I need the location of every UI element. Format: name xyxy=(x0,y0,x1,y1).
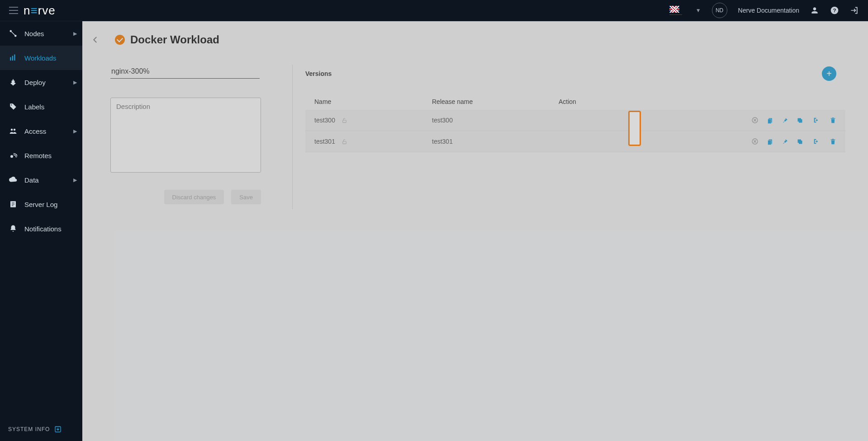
sidebar-item-label: Nodes xyxy=(24,30,44,38)
svg-rect-4 xyxy=(10,57,11,61)
sidebar-item-label: Labels xyxy=(24,103,44,111)
documentation-link[interactable]: Nerve Documentation xyxy=(738,7,799,14)
labels-icon xyxy=(8,103,18,111)
menu-toggle-button[interactable] xyxy=(9,7,18,14)
sidebar: Nodes ▶ Workloads Deploy ▶ Labels Access… xyxy=(0,21,82,441)
data-icon xyxy=(8,176,18,184)
sidebar-item-nodes[interactable]: Nodes ▶ xyxy=(0,21,82,46)
sidebar-item-label: Notifications xyxy=(24,225,62,233)
sidebar-item-label: Server Log xyxy=(24,201,57,208)
chevron-right-icon: ▶ xyxy=(73,177,77,183)
chevron-right-icon: ▶ xyxy=(73,80,77,85)
uk-flag-icon xyxy=(669,6,679,13)
sidebar-item-label: Data xyxy=(24,176,39,184)
topbar: n≡rve ▼ ND Nerve Documentation ? xyxy=(0,0,868,21)
svg-rect-5 xyxy=(12,56,13,61)
help-icon[interactable]: ? xyxy=(830,6,839,15)
download-icon xyxy=(54,426,62,433)
chevron-right-icon: ▶ xyxy=(73,128,77,134)
sidebar-item-workloads[interactable]: Workloads xyxy=(0,46,82,70)
modal-overlay xyxy=(82,21,868,441)
notifications-icon xyxy=(8,225,18,233)
system-info-label: SYSTEM INFO xyxy=(8,426,50,432)
svg-point-10 xyxy=(10,155,13,158)
sidebar-item-access[interactable]: Access ▶ xyxy=(0,119,82,143)
svg-point-9 xyxy=(14,129,16,131)
sidebar-item-serverlog[interactable]: Server Log xyxy=(0,192,82,216)
chevron-right-icon: ▶ xyxy=(73,31,77,37)
svg-rect-6 xyxy=(14,55,15,61)
sidebar-item-label: Access xyxy=(24,127,46,135)
sidebar-item-remotes[interactable]: Remotes xyxy=(0,143,82,168)
sidebar-item-notifications[interactable]: Notifications xyxy=(0,216,82,241)
sidebar-item-data[interactable]: Data ▶ xyxy=(0,168,82,192)
svg-point-8 xyxy=(11,129,13,131)
user-avatar[interactable]: ND xyxy=(712,3,727,18)
logo: n≡rve xyxy=(24,4,56,18)
logo-text: n≡rve xyxy=(24,4,56,18)
chevron-down-icon: ▼ xyxy=(696,7,701,14)
svg-text:?: ? xyxy=(833,7,836,13)
deploy-icon xyxy=(8,78,18,86)
sidebar-item-labels[interactable]: Labels xyxy=(0,94,82,119)
remotes-icon xyxy=(8,151,18,160)
avatar-initials: ND xyxy=(716,7,723,14)
sidebar-item-label: Remotes xyxy=(24,152,52,160)
logout-icon[interactable] xyxy=(850,6,859,15)
workloads-icon xyxy=(8,54,18,62)
serverlog-icon xyxy=(8,200,18,208)
nodes-icon xyxy=(8,29,18,38)
sidebar-item-deploy[interactable]: Deploy ▶ xyxy=(0,70,82,94)
main-content: Docker Workload Discard changes Save Ver… xyxy=(82,21,868,441)
system-info[interactable]: SYSTEM INFO xyxy=(0,418,82,441)
language-selector[interactable] xyxy=(669,6,682,15)
sidebar-item-label: Workloads xyxy=(24,54,57,62)
user-icon[interactable] xyxy=(810,6,819,15)
access-icon xyxy=(8,127,18,135)
sidebar-item-label: Deploy xyxy=(24,79,46,86)
svg-point-7 xyxy=(11,104,12,105)
